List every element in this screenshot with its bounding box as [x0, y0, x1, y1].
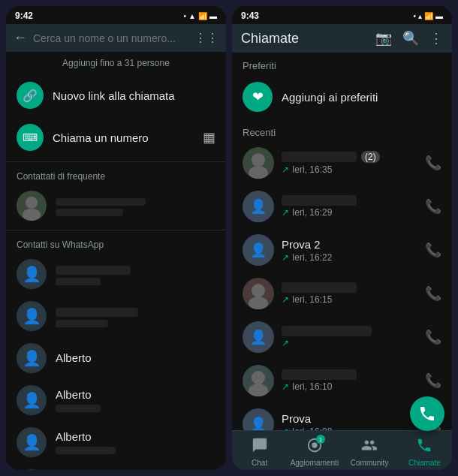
- svg-point-9: [312, 442, 317, 447]
- wa-contact-info-1: [56, 263, 215, 285]
- whatsapp-contact-ale[interactable]: 👤 Ale: [6, 463, 226, 470]
- divider-2: [6, 230, 226, 230]
- updates-nav-icon: 1: [306, 437, 323, 457]
- alberto-1-info: Alberto: [56, 351, 215, 365]
- chat-nav-icon: [252, 437, 268, 457]
- call-avatar-3: 👤: [243, 234, 274, 266]
- alberto-1-name: Alberto: [56, 351, 92, 364]
- call-avatar-6: [243, 365, 274, 396]
- new-link-action[interactable]: 🔗 Nuovo link alla chiamata: [6, 74, 226, 116]
- call-name-row-5: [282, 326, 417, 336]
- nav-calls[interactable]: Chiamate: [397, 435, 452, 468]
- back-button[interactable]: ←: [14, 30, 27, 46]
- call-name-redacted-1: [282, 152, 357, 162]
- left-top-bar: ← ⋮⋮: [6, 24, 226, 52]
- search-icon[interactable]: 🔍: [402, 30, 419, 47]
- avatar-wa-2: 👤: [17, 301, 47, 331]
- search-input[interactable]: [33, 32, 188, 44]
- call-phone-button-4[interactable]: 📞: [425, 285, 441, 302]
- whatsapp-section-header: Contatti su WhatsApp: [6, 233, 226, 253]
- call-time-4: Ieri, 16:15: [292, 294, 332, 305]
- call-name-row-6: [282, 369, 417, 380]
- call-name-redacted-4: [282, 282, 357, 293]
- call-avatar-7: 👤: [243, 408, 274, 430]
- divider-1: [6, 161, 226, 162]
- updates-nav-label: Aggiornamenti: [291, 459, 339, 467]
- call-phone-button-6[interactable]: 📞: [425, 372, 441, 389]
- calls-nav-icon: [416, 437, 432, 457]
- call-phone-button-1[interactable]: 📞: [425, 155, 441, 171]
- avatar-ale: 👤: [17, 469, 47, 470]
- right-time: 9:43: [241, 11, 259, 21]
- call-item-5[interactable]: 👤 ↗ 📞: [232, 315, 452, 359]
- community-nav-label: Community: [351, 459, 389, 467]
- avatar-frequent-1: [17, 191, 47, 221]
- whatsapp-contact-1[interactable]: 👤: [6, 253, 226, 295]
- call-info-3: Prova 2 ↗ Ieri, 16:22: [282, 238, 417, 263]
- call-item-1[interactable]: (2) ↗ Ieri, 16:35 📞: [232, 141, 452, 185]
- frequent-contact-info-1: [56, 195, 215, 216]
- call-item-2[interactable]: 👤 ↗ Ieri, 16:29 📞: [232, 185, 452, 228]
- alberto-2-sub: [56, 405, 101, 412]
- call-avatar-4: [243, 278, 274, 309]
- wa-contact-name-redacted-2: [56, 308, 138, 317]
- call-info-2: ↗ Ieri, 16:29: [282, 195, 417, 218]
- left-status-bar: 9:42 • ▲ 📶 ▬: [6, 6, 226, 24]
- call-item-4[interactable]: ↗ Ieri, 16:15 📞: [232, 272, 452, 315]
- frequent-contact-1[interactable]: [6, 185, 226, 227]
- recents-section-header: Recenti: [232, 119, 452, 141]
- call-time-1: Ieri, 16:35: [292, 164, 332, 175]
- call-name-7: Prova: [282, 412, 311, 425]
- call-info-7: Prova ↗ Ieri, 16:08: [282, 412, 417, 431]
- svg-point-6: [252, 371, 265, 384]
- svg-point-4: [252, 284, 265, 297]
- wifi-icon: 📶: [198, 12, 207, 20]
- call-name-redacted-2: [282, 195, 357, 206]
- qr-icon[interactable]: ▦: [203, 129, 215, 146]
- community-nav-icon: [361, 437, 378, 457]
- new-link-label: Nuovo link alla chiamata: [53, 89, 175, 102]
- call-direction-icon-3: ↗: [282, 252, 289, 263]
- alberto-2-info: Alberto: [56, 388, 215, 412]
- call-name-row-4: [282, 282, 417, 293]
- whatsapp-contact-alberto-3[interactable]: 👤 Alberto: [6, 421, 226, 463]
- call-direction-icon-2: ↗: [282, 207, 289, 218]
- whatsapp-contact-2[interactable]: 👤: [6, 295, 226, 337]
- avatar-wa-1: 👤: [17, 259, 47, 289]
- call-name-row-3: Prova 2: [282, 238, 417, 251]
- left-phone: 9:42 • ▲ 📶 ▬ ← ⋮⋮ Aggiungi fino a 31 per…: [6, 6, 226, 470]
- call-number-label: Chiama un numero: [53, 131, 149, 144]
- alberto-3-info: Alberto: [56, 430, 215, 454]
- nav-updates[interactable]: 1 Aggiornamenti: [287, 435, 342, 468]
- wa-contact-sub-redacted-2: [56, 320, 108, 327]
- call-name-redacted-6: [282, 369, 357, 380]
- top-bar-icons: 📷 🔍 ⋮: [375, 30, 443, 47]
- add-favorite-item[interactable]: ❤ Aggiungi ai preferiti: [232, 74, 452, 119]
- call-phone-button-2[interactable]: 📞: [425, 198, 441, 215]
- whatsapp-contact-alberto-2[interactable]: 👤 Alberto: [6, 379, 226, 421]
- call-item-3[interactable]: 👤 Prova 2 ↗ Ieri, 16:22 📞: [232, 228, 452, 272]
- nav-community[interactable]: Community: [342, 435, 397, 468]
- hint-text: Aggiungi fino a 31 persone: [6, 52, 226, 74]
- call-info-4: ↗ Ieri, 16:15: [282, 282, 417, 305]
- call-direction-icon-5: ↗: [282, 338, 289, 348]
- call-name-redacted-5: [282, 326, 372, 336]
- call-phone-button-5[interactable]: 📞: [425, 329, 441, 345]
- call-number-action[interactable]: ⌨ Chiama un numero ▦: [6, 116, 226, 158]
- bottom-nav: Chat 1 Aggiornamenti Community: [232, 430, 452, 470]
- wa-contact-name-redacted-1: [56, 266, 131, 275]
- dial-pad-icon[interactable]: ⋮⋮: [194, 31, 218, 45]
- more-icon[interactable]: ⋮: [429, 30, 443, 47]
- call-item-6[interactable]: ↗ Ieri, 16:10 📞: [232, 359, 452, 402]
- preferred-section-header: Preferiti: [232, 53, 452, 74]
- frequent-section-header: Contattati di frequente: [6, 165, 226, 185]
- fab-call-button[interactable]: [410, 396, 444, 431]
- call-meta-6: ↗ Ieri, 16:10: [282, 381, 417, 392]
- avatar-alberto-3: 👤: [17, 427, 47, 457]
- svg-point-0: [26, 197, 38, 209]
- whatsapp-contact-alberto-1[interactable]: 👤 Alberto: [6, 337, 226, 379]
- alberto-2-name: Alberto: [56, 388, 92, 401]
- camera-icon[interactable]: 📷: [375, 30, 392, 47]
- call-phone-button-3[interactable]: 📞: [425, 242, 441, 258]
- nav-chat[interactable]: Chat: [232, 435, 287, 468]
